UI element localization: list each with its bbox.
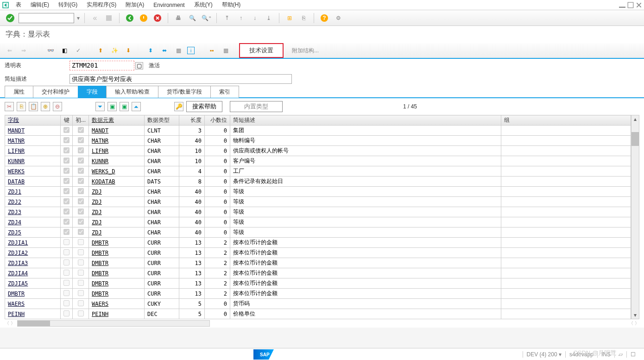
key-checkbox[interactable] [63,270,69,276]
key-checkbox[interactable] [63,219,69,225]
menu-add[interactable]: 附加(A) [121,0,149,10]
menu-goto[interactable]: 转到(G) [54,0,82,10]
expand-icon[interactable]: ▣ [120,102,129,111]
copy-icon[interactable]: ⎘ [17,102,26,111]
table-row[interactable]: ZDJIA1DMBTRCURR132按本位币计的金额 [5,238,631,248]
scroll-up-icon[interactable]: ▴ [631,115,639,123]
first-page-icon[interactable]: ⤒ [221,13,233,24]
init-checkbox[interactable] [78,137,84,143]
key-checkbox[interactable] [63,259,69,265]
col-datatype[interactable]: 数据类型 [145,115,179,126]
init-checkbox[interactable] [78,208,84,215]
print-icon[interactable]: 🖶 [173,13,184,24]
table-row[interactable]: WAERSWAERSCUKY50货币码 [5,299,631,309]
save-icon[interactable] [103,13,114,24]
table-contents-icon[interactable]: ▦ [173,45,183,56]
col-desc[interactable]: 简短描述 [230,115,501,126]
col-length[interactable]: 长度 [179,115,205,126]
window-icon[interactable] [2,1,9,9]
key-checkbox[interactable] [63,178,69,184]
hscroll-right-icon[interactable]: 〈 〉 [629,320,639,327]
key-checkbox[interactable] [63,239,69,245]
table-row[interactable]: WERKSWERKS_DCHAR40工厂 [5,166,631,177]
nav-back-icon[interactable]: ⇐ [5,45,15,56]
scroll-down-icon[interactable]: ▾ [631,311,639,319]
graphic-icon[interactable]: ▪▪ [207,45,217,56]
hscroll-bar[interactable] [17,320,210,327]
col-init[interactable]: 初... [73,115,89,126]
key-checkbox[interactable] [63,249,69,255]
paste-icon[interactable]: 📋 [29,102,38,111]
init-checkbox[interactable] [78,147,84,153]
find-next-icon[interactable]: 🔍⁺ [201,13,212,24]
table-row[interactable]: DMBTRDMBTRCURR132按本位币计的金额 [5,289,631,299]
expand-all-icon[interactable]: ⏷ [95,102,105,111]
init-checkbox[interactable] [78,188,84,194]
append-icon[interactable]: ▦ [221,45,231,56]
display-toggle-icon[interactable]: 👓 [45,45,56,56]
init-checkbox[interactable] [78,300,84,306]
table-row[interactable]: KUNNRKUNNRCHAR100客户编号 [5,156,631,166]
key-checkbox[interactable] [63,229,69,235]
append-structure-button[interactable]: 附加结构... [292,47,319,55]
init-checkbox[interactable] [78,310,84,316]
key-checkbox[interactable] [63,188,69,194]
key-checkbox[interactable] [63,310,69,316]
col-group[interactable]: 组 [501,115,631,126]
hierarchy-icon[interactable]: ⬍ [145,45,156,56]
init-checkbox[interactable] [78,178,84,184]
technical-settings-button[interactable]: 技术设置 [239,43,284,58]
table-row[interactable]: ZDJIA5DMBTRCURR132按本位币计的金额 [5,278,631,289]
key-checkbox[interactable] [63,147,69,153]
table-row[interactable]: ZDJIA4DMBTRCURR132按本位币计的金额 [5,268,631,278]
menu-env[interactable]: Environment [149,1,189,9]
table-row[interactable]: ZDJIA2DMBTRCURR132按本位币计的金额 [5,248,631,258]
tab-1[interactable]: 交付和维护 [33,86,78,98]
close-icon[interactable] [636,2,642,8]
tab-2[interactable]: 字段 [78,86,107,98]
find-icon[interactable]: 🔍 [187,13,198,24]
table-row[interactable]: MANDTMANDTCLNT30集团 [5,126,631,136]
init-checkbox[interactable] [78,270,84,276]
next-page-icon[interactable]: ↓ [249,13,260,24]
col-key[interactable]: 键 [61,115,73,126]
menu-table[interactable]: 表 [11,0,26,10]
delete-icon[interactable]: ⊖ [53,102,62,111]
key-icon[interactable]: 🔑 [174,102,183,111]
table-row[interactable]: ZDJ3ZDJCHAR400等级 [5,207,631,217]
key-checkbox[interactable] [63,208,69,215]
col-decimals[interactable]: 小数位 [205,115,230,126]
cancel-icon[interactable] [152,13,163,24]
table-row[interactable]: MATNRMATNRCHAR400物料编号 [5,136,631,146]
check-icon[interactable]: ✓ [73,45,83,56]
nav-fwd-icon[interactable]: ⇒ [19,45,29,56]
key-checkbox[interactable] [63,198,69,204]
hscroll-left-icon[interactable]: 〈 〉 [5,320,15,327]
hierarchy-fold-icon[interactable]: ⬌ [159,45,170,56]
table-row[interactable]: DATABKODATABDATS80条件记录有效起始日 [5,177,631,187]
key-checkbox[interactable] [63,168,69,174]
exit-icon[interactable] [138,13,149,24]
init-checkbox[interactable] [78,249,84,255]
menu-sys[interactable]: 系统(Y) [189,0,217,10]
cut-icon[interactable]: ✂ [5,102,14,111]
init-checkbox[interactable] [78,127,84,133]
key-checkbox[interactable] [63,280,69,286]
init-checkbox[interactable] [78,280,84,286]
short-desc-input[interactable] [69,74,292,84]
ok-icon[interactable] [5,13,16,24]
new-session-icon[interactable]: ⊞ [284,13,295,24]
init-checkbox[interactable] [78,239,84,245]
init-checkbox[interactable] [78,219,84,225]
init-checkbox[interactable] [78,259,84,265]
status-system[interactable]: DEV (4) 200 ▾ [523,351,565,358]
table-row[interactable]: LIFNRLIFNRCHAR100供应商或债权人的帐号 [5,146,631,156]
table-row[interactable]: ZDJ2ZDJCHAR400等级 [5,197,631,207]
menu-edit[interactable]: 编辑(E) [26,0,54,10]
tab-5[interactable]: 索引 [210,86,239,98]
vertical-scrollbar[interactable]: ▴ ▾ [631,115,639,319]
builtin-type-button[interactable]: 内置类型 [230,101,283,112]
key-checkbox[interactable] [63,290,69,296]
key-checkbox[interactable] [63,127,69,133]
table-row[interactable]: ZDJIA3DMBTRCURR132按本位币计的金额 [5,258,631,268]
